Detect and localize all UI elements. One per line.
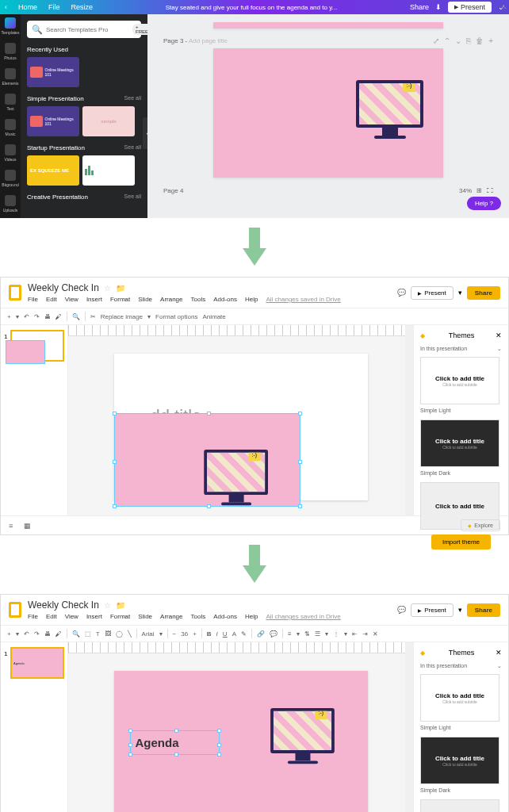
rail-elements[interactable]: Elements — [2, 68, 19, 86]
down-icon[interactable]: ⌄ — [455, 36, 461, 45]
menu-edit[interactable]: Edit — [46, 613, 57, 620]
save-status[interactable]: All changes saved in Drive — [266, 296, 340, 303]
rail-photos[interactable]: Photos — [4, 43, 17, 60]
menu-insert[interactable]: Insert — [86, 296, 102, 303]
download-icon[interactable]: ⬇ — [435, 3, 442, 11]
sidebar-collapse[interactable]: ‹ — [143, 117, 147, 149]
rail-music[interactable]: Music — [5, 119, 16, 136]
slide[interactable]: dd title subtitle :-) — [114, 354, 368, 500]
agenda-textbox[interactable]: Agenda — [130, 730, 220, 755]
undo-icon[interactable]: ↶ — [24, 630, 29, 638]
present-button[interactable]: Present — [448, 2, 492, 13]
select-icon[interactable]: ⬚ — [85, 630, 91, 638]
paint-icon[interactable]: 🖌 — [55, 630, 62, 638]
theme-dark[interactable]: Click to add titleClick to add subtitle — [420, 737, 499, 784]
bold-icon[interactable]: B — [207, 630, 212, 638]
slide-thumb-1[interactable]: Agenda — [10, 647, 64, 679]
chevron-down-icon[interactable]: ⌄ — [497, 663, 502, 669]
comments-icon[interactable]: 💬 — [397, 606, 406, 614]
view-icon[interactable]: ≡ — [9, 522, 13, 530]
back-chevron[interactable]: ‹ — [5, 3, 7, 11]
font-size-dec[interactable]: − — [173, 630, 177, 638]
comments-icon[interactable]: 💬 — [397, 289, 406, 297]
grid-icon[interactable]: ⊞ — [476, 187, 482, 194]
add-page-icon[interactable]: + — [488, 36, 493, 45]
bullet-icon[interactable]: ⋮ — [333, 630, 339, 638]
zoom-icon[interactable]: 🔍 — [72, 630, 80, 638]
up-icon[interactable]: ⌃ — [444, 36, 450, 45]
expand-icon[interactable]: ⤢ — [433, 36, 439, 45]
menu-slide[interactable]: Slide — [138, 296, 152, 303]
star-icon[interactable]: ☆ — [104, 284, 111, 293]
page-title-hint[interactable]: Add page title — [189, 37, 228, 44]
trash-icon[interactable]: 🗑 — [476, 36, 484, 45]
slide[interactable]: :-) Agenda — [114, 671, 368, 812]
page2-slide[interactable] — [213, 22, 443, 29]
rail-uploads[interactable]: Uploads — [3, 195, 17, 213]
font-size-inc[interactable]: + — [193, 630, 197, 638]
italic-icon[interactable]: I — [216, 630, 218, 638]
theme-light[interactable]: Click to add titleClick to add subtitle — [420, 357, 499, 404]
template-thumb[interactable] — [82, 155, 135, 186]
font-select[interactable]: Arial — [142, 630, 155, 638]
theme-light[interactable]: Click to add titleClick to add subtitle — [420, 674, 499, 722]
shape-icon[interactable]: ◯ — [116, 630, 123, 638]
comment-icon[interactable]: 💬 — [270, 630, 277, 638]
new-slide-icon[interactable]: + — [7, 630, 11, 638]
list-icon[interactable]: ☰ — [315, 630, 320, 638]
menu-slide[interactable]: Slide — [138, 613, 152, 620]
highlight-icon[interactable]: ✎ — [241, 630, 247, 638]
replace-image[interactable]: Replace image — [101, 313, 143, 320]
image-icon[interactable]: 🖼 — [105, 630, 111, 638]
indent-inc-icon[interactable]: ⇥ — [362, 630, 368, 638]
share-button[interactable]: Share — [467, 603, 500, 617]
import-theme-button[interactable]: Import theme — [431, 534, 491, 550]
animate[interactable]: Animate — [202, 313, 225, 320]
copy-icon[interactable]: ⎘ — [466, 36, 471, 45]
menu-tools[interactable]: Tools — [191, 613, 206, 620]
folder-icon[interactable]: 📁 — [116, 601, 125, 610]
close-icon[interactable]: ✕ — [496, 649, 502, 657]
redo-icon[interactable]: ↷ — [34, 630, 40, 638]
template-thumb[interactable]: Online Meetings 101 — [27, 106, 79, 136]
help-button[interactable]: Help ? — [467, 197, 501, 210]
search-box[interactable]: 🔍 + FREE — [27, 21, 141, 38]
link-icon[interactable]: 🔗 — [257, 630, 265, 638]
slide-thumb-1[interactable] — [10, 330, 64, 362]
page3-slide[interactable]: :-) — [213, 48, 443, 178]
line-spacing-icon[interactable]: ⇅ — [304, 630, 310, 638]
present-button[interactable]: Present — [411, 603, 454, 617]
paint-icon[interactable]: 🖌 — [55, 313, 62, 320]
doc-title[interactable]: Weekly Check In — [28, 282, 99, 293]
menu-format[interactable]: Format — [110, 613, 130, 620]
share-button[interactable]: Share — [410, 3, 429, 11]
rail-text[interactable]: Text — [5, 94, 16, 111]
template-thumb[interactable]: Online Meetings 101 — [27, 57, 79, 87]
print-icon[interactable]: 🖶 — [44, 313, 51, 320]
see-all-link[interactable]: See all — [124, 193, 141, 201]
clear-icon[interactable]: ✕ — [373, 630, 378, 638]
zoom-level[interactable]: 34% — [459, 187, 472, 194]
nav-home[interactable]: Home — [18, 3, 37, 11]
present-dropdown[interactable]: ▾ — [458, 606, 462, 614]
text-color-icon[interactable]: A — [232, 630, 236, 638]
see-all-link[interactable]: See all — [124, 144, 141, 151]
nav-file[interactable]: File — [48, 3, 60, 11]
underline-icon[interactable]: U — [223, 630, 228, 638]
star-icon[interactable]: ☆ — [104, 601, 111, 610]
new-slide-icon[interactable]: + — [7, 313, 11, 320]
align-icon[interactable]: ≡ — [288, 630, 292, 638]
template-thumb[interactable]: EX SQUEEZE ME — [27, 155, 79, 186]
textbox-icon[interactable]: T — [96, 630, 100, 638]
menu-edit[interactable]: Edit — [46, 296, 57, 303]
fullscreen-icon[interactable]: ⛶ — [487, 187, 493, 194]
theme-dark[interactable]: Click to add titleClick to add subtitle — [420, 419, 499, 467]
see-all-link[interactable]: See all — [124, 95, 141, 102]
menu-help[interactable]: Help — [245, 613, 258, 620]
zoom-icon[interactable]: 🔍 — [72, 313, 80, 320]
indent-dec-icon[interactable]: ⇤ — [352, 630, 358, 638]
folder-icon[interactable]: 📁 — [116, 284, 125, 293]
explore-button[interactable]: Explore — [461, 519, 500, 531]
menu-addons[interactable]: Add-ons — [213, 296, 237, 303]
template-thumb[interactable]: sample — [82, 106, 135, 136]
